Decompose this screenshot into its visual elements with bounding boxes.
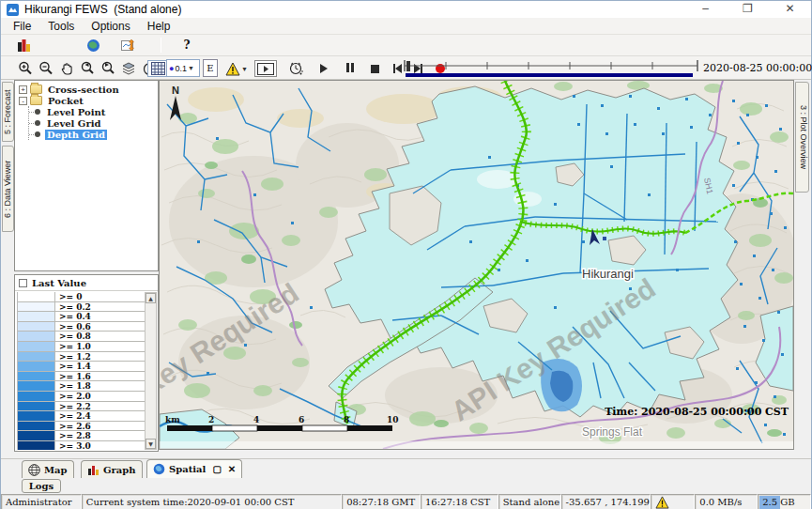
town-label: Hikurangi [582,267,634,281]
pause-button[interactable] [341,60,360,77]
time-slider[interactable] [401,58,701,79]
scroll-up-icon[interactable]: ▲ [146,293,156,303]
warning-threshold-dropdown[interactable]: ▼ [222,60,251,77]
color-swatch [18,322,55,332]
logs-button[interactable]: Logs [22,479,61,493]
map-time-label: Time: 2020-08-25 00:00:00 CST [605,406,789,418]
legend-row[interactable]: >= 0.2 [18,302,145,313]
expand-icon[interactable]: + [19,85,27,94]
color-swatch [18,422,55,431]
legend-row[interactable]: >= 1.0 [18,342,145,352]
minimize-button[interactable]: – [684,1,727,18]
status-system-time: Current system time:2020-09-01 00:00 CST [82,494,342,509]
tree-item-pocket[interactable]: - Pocket [15,95,158,106]
legend-row[interactable]: >= 1.4 [18,362,145,372]
color-swatch [18,352,55,362]
svg-text:8: 8 [344,415,349,424]
left-tab-strip: 5 : Forecast 6 : Data Viewer [1,80,14,458]
status-local-time: 16:27:18 CST [421,494,498,509]
status-bar: Administrator Current system time:2020-0… [1,494,811,509]
color-swatch [18,362,55,371]
tab-spatial[interactable]: Spatial ▢ ✕ [146,459,242,478]
globe-spatial-icon[interactable] [84,37,102,54]
longitudinal-profile-button[interactable]: E [203,59,218,77]
collapse-icon[interactable]: - [19,97,27,105]
status-coordinates: -35.657 , 174.199 [561,494,651,509]
tree-item-depth-grid[interactable]: Depth Grid [35,129,158,140]
status-network-speed: 0.0 MB/s [695,494,758,509]
legend-row[interactable]: >= 0.4 [18,312,145,322]
menu-file[interactable]: File [5,20,39,33]
help-icon[interactable]: ? [177,37,196,54]
current-time-display: 2020-08-25 00:00:00 CST [703,62,812,74]
grid-display-icon[interactable] [147,60,168,77]
contour-dot-icon: ● [169,64,174,73]
tab-close-icon[interactable]: ✕ [228,464,236,474]
svg-text:2: 2 [208,415,214,424]
legend-row[interactable]: >= 2.2 [18,402,145,412]
zoom-out-icon[interactable] [37,60,55,77]
maximize-button[interactable]: ❐ [727,1,769,18]
color-swatch [18,332,55,341]
layers-icon[interactable] [119,60,138,77]
status-warning-cell[interactable] [651,494,695,509]
legend-row[interactable]: >= 2.4 [18,411,145,422]
zoom-previous-icon[interactable] [78,60,97,77]
legend-row[interactable]: >= 0 [18,292,145,302]
last-value-checkbox[interactable] [19,279,27,287]
animation-player-icon[interactable] [254,60,277,77]
color-swatch [18,381,55,391]
tab-map[interactable]: Map [22,460,74,478]
database-viewer-icon[interactable] [14,37,33,54]
color-swatch [18,372,55,381]
tab-graph[interactable]: Graph [81,460,143,478]
menu-tools[interactable]: Tools [39,20,83,33]
tree-item-level-grid[interactable]: Level Grid [35,117,158,129]
tree-item-level-point[interactable]: Level Point [35,106,158,117]
stop-button[interactable] [365,60,384,77]
color-swatch [18,431,55,440]
zoom-in-icon[interactable] [16,60,35,77]
pan-hand-icon[interactable] [57,60,76,77]
map-viewport[interactable]: SH1 Hikurangi Springs Flat API Key Requi… [159,80,794,450]
tab-maximize-icon[interactable]: ▢ [212,464,221,474]
menu-options[interactable]: Options [83,20,138,33]
svg-text:N: N [172,85,179,96]
tab-forecast[interactable]: 5 : Forecast [2,82,14,142]
color-swatch [18,441,55,450]
tab-plot-overview[interactable]: 3 : Plot Overview [795,82,809,193]
legend-row[interactable]: >= 1.2 [18,352,145,362]
legend-scrollbar[interactable]: ▲ ▼ [145,292,157,450]
color-swatch [18,392,55,401]
timeseries-chart-icon[interactable] [119,37,138,54]
color-swatch [18,342,55,351]
status-mode: Stand alone [498,494,561,509]
legend-row[interactable]: >= 1.8 [18,381,145,392]
status-gmt-time: 08:27:18 GMT [342,494,421,509]
menu-bar: File Tools Options Help [1,18,811,35]
legend-row[interactable]: >= 2.0 [18,392,145,402]
legend-row[interactable]: >= 1.6 [18,372,145,382]
legend-title: Last Value [32,278,86,288]
zoom-next-icon[interactable] [99,60,117,77]
legend-row[interactable]: >= 2.6 [18,422,145,432]
menu-help[interactable]: Help [139,20,179,33]
right-tab-strip: 3 : Plot Overview [794,80,811,458]
app-logo-icon [7,4,19,16]
legend-color-table: >= 0 >= 0.2 >= 0.4 >= 0.6 >= 0.8 >= 1.0 … [17,292,145,450]
toolbar-main: ● 0.1 ▼ E ▼ [1,55,811,80]
legend-row[interactable]: >= 2.8 [18,431,145,441]
svg-text:6: 6 [299,415,304,424]
play-button[interactable] [314,60,333,77]
tab-data-viewer[interactable]: 6 : Data Viewer [2,146,14,232]
svg-text:4: 4 [253,415,259,424]
legend-row[interactable]: >= 3.0 [18,441,145,450]
svg-text:10: 10 [387,415,399,424]
close-button[interactable]: ✕ [769,1,811,18]
scroll-down-icon[interactable]: ▼ [146,439,156,449]
legend-row[interactable]: >= 0.8 [18,332,145,342]
animation-clock-icon[interactable] [286,60,305,77]
contour-interval-dropdown[interactable]: ● 0.1 ▼ [166,59,200,77]
title-bar: Hikurangi FEWS (Stand alone) – ❐ ✕ [1,1,811,18]
legend-row[interactable]: >= 0.6 [18,322,145,332]
